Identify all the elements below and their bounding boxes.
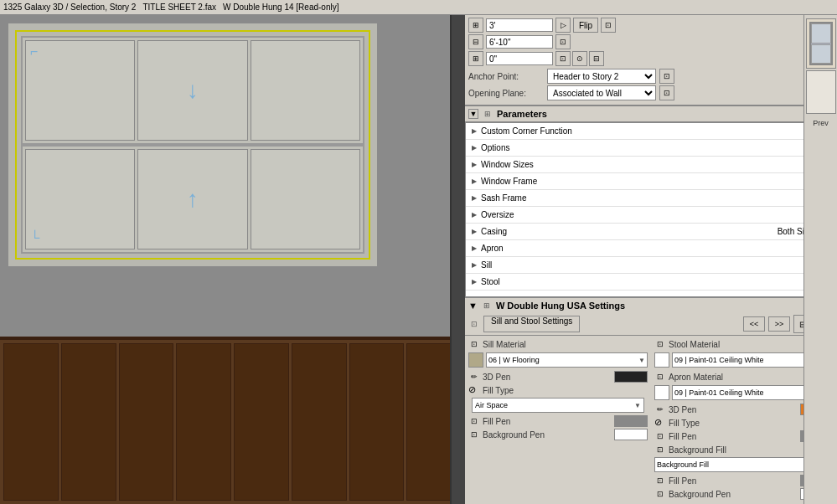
fill-pen-right2-label: Fill Pen xyxy=(669,476,798,486)
expand-icon[interactable]: ▷ xyxy=(555,18,571,33)
param-options[interactable]: ▶ Options xyxy=(466,140,824,157)
nav-next-btn[interactable]: >> xyxy=(768,316,790,332)
nav-prev-btn[interactable]: << xyxy=(743,316,765,332)
title-tab-2[interactable]: TITLE SHEET 2.fax xyxy=(142,3,216,12)
apron-material-label: Apron Material xyxy=(669,373,723,382)
param-sash-frame[interactable]: ▶ Sash Frame xyxy=(466,190,824,207)
fill-type-icon: ⊘ xyxy=(468,384,480,396)
action-icon[interactable]: ⊡ xyxy=(601,18,616,33)
snap-icon[interactable]: ⊟ xyxy=(589,51,604,66)
grid-icon[interactable]: ⊡ xyxy=(555,51,571,66)
size2-icon[interactable]: ⊟ xyxy=(468,34,483,49)
settings-icon: ⊞ xyxy=(481,300,493,311)
3d-pen-left-label: 3D Pen xyxy=(483,373,612,382)
params-section: ▼ ⊞ Parameters ▶ Custom Corner Function … xyxy=(465,105,837,297)
bg-pen-left-swatch[interactable] xyxy=(614,429,648,440)
sill-stool-tab[interactable]: Sill and Stool Settings xyxy=(483,316,580,332)
bg-pen-right2-icon: ⊡ xyxy=(654,488,666,500)
expand-window-frame[interactable]: ▶ xyxy=(469,177,479,187)
sill-mat-icon: ⊡ xyxy=(468,338,480,350)
opening-plane-label: Opening Plane: xyxy=(468,89,544,98)
param-sill[interactable]: ▶ Sill On xyxy=(466,257,824,274)
expand-window-sizes[interactable]: ▶ xyxy=(469,160,479,170)
width-input[interactable]: 3' xyxy=(486,18,553,32)
param-casing[interactable]: ▶ Casing Both Sides xyxy=(466,224,824,240)
preview-strip: Prev xyxy=(803,15,837,504)
expand-sill[interactable]: ▶ xyxy=(469,260,479,270)
params-icon: ⊞ xyxy=(482,108,493,120)
fill-pen-right-label: Fill Pen xyxy=(669,432,798,441)
apron-mat-swatch xyxy=(654,385,669,400)
sash-frame-name: Sash Frame xyxy=(479,193,821,203)
fill-pen-left-icon: ⊡ xyxy=(468,415,480,427)
3d-pen-right-label: 3D Pen xyxy=(669,405,798,414)
title-tab-3[interactable]: W Double Hung 14 [Read-only] xyxy=(223,3,338,12)
preview-label: Prev xyxy=(813,119,829,127)
expand-stool[interactable]: ▶ xyxy=(469,277,479,287)
anchor-extra-icon[interactable]: ⊡ xyxy=(659,69,674,84)
fill-pen-left-label: Fill Pen xyxy=(483,417,612,426)
flip-button[interactable]: Flip xyxy=(573,18,598,33)
param-window-sizes[interactable]: ▶ Window Sizes xyxy=(466,157,824,173)
param-apron[interactable]: ▶ Apron On xyxy=(466,240,824,257)
window-preview-thumb xyxy=(806,18,836,69)
sill-icon: ⊡ xyxy=(468,318,480,330)
opening-plane-dropdown[interactable]: Associated to Wall xyxy=(547,85,656,100)
apron-name: Apron xyxy=(479,244,807,253)
left-col: ⊡ Sill Material 06 | W Flooring ▼ ✏ 3D P… xyxy=(465,336,651,504)
expand-sash-frame[interactable]: ▶ xyxy=(469,193,479,203)
sill-mat-swatch xyxy=(468,352,483,368)
3d-pen-left-icon: ✏ xyxy=(468,371,480,383)
anchor-label: Anchor Point: xyxy=(468,72,544,81)
fill-pen-right2-icon: ⊡ xyxy=(654,475,666,486)
settings-subtitle: ⊡ Sill and Stool Settings << >> ⊟ ⊡ xyxy=(465,313,837,336)
fill-type-right-icon: ⊘ xyxy=(654,417,666,429)
params-title: Parameters xyxy=(497,109,547,119)
fill-type-label: Fill Type xyxy=(483,386,648,395)
extra-icon[interactable]: ⊡ xyxy=(555,34,571,49)
settings-title: W Double Hung USA Settings xyxy=(496,301,625,311)
anchor-dropdown[interactable]: Header to Story 2 xyxy=(547,69,656,84)
title-tab-1[interactable]: 1325 Galaxy 3D / Selection, Story 2 xyxy=(3,3,136,12)
bg-pen-left-label: Background Pen xyxy=(483,430,612,440)
fill-type-dropdown[interactable]: Air Space ▼ xyxy=(472,398,644,413)
expand-oversize[interactable]: ▶ xyxy=(469,210,479,220)
stool-material-label: Stool Material xyxy=(669,340,720,349)
settings-section: ▼ ⊞ W Double Hung USA Settings ⊡ Sill an… xyxy=(465,297,837,504)
params-collapse-btn[interactable]: ▼ xyxy=(468,109,478,119)
param-custom-corner[interactable]: ▶ Custom Corner Function xyxy=(466,123,824,140)
apron-mat-icon: ⊡ xyxy=(654,371,666,383)
fill-pen-right-icon: ⊡ xyxy=(654,430,666,442)
param-oversize[interactable]: ▶ Oversize xyxy=(466,207,824,224)
sill-material-label: Sill Material xyxy=(483,340,526,349)
params-header: ▼ ⊞ Parameters xyxy=(465,105,837,122)
params-list: ▶ Custom Corner Function ▶ Options ▶ Win… xyxy=(465,122,825,297)
controls-top: ⊞ 3' ▷ Flip ⊡ ⊟ 6'-10" ⊡ ⊞ 0" xyxy=(465,15,837,105)
stool-mat-swatch xyxy=(654,352,669,368)
stool-mat-icon: ⊡ xyxy=(654,338,666,350)
size-icon[interactable]: ⊞ xyxy=(468,18,483,33)
title-bar: 1325 Galaxy 3D / Selection, Story 2 TITL… xyxy=(0,0,837,15)
pos-icon[interactable]: ⊞ xyxy=(468,51,483,66)
viewport-panel: ⌐ ↓ └ ↑ xyxy=(0,15,465,504)
material-settings: ⊡ Sill Material 06 | W Flooring ▼ ✏ 3D P… xyxy=(465,336,837,504)
bg-pen-left-icon: ⊡ xyxy=(468,429,480,440)
expand-apron[interactable]: ▶ xyxy=(469,244,479,254)
expand-casing[interactable]: ▶ xyxy=(469,227,479,237)
bg-pen-right2-label: Background Pen xyxy=(669,490,798,499)
expand-options[interactable]: ▶ xyxy=(469,143,479,153)
3d-pen-right-icon: ✏ xyxy=(654,404,666,415)
height-input[interactable]: 6'-10" xyxy=(486,35,553,49)
right-panel: ⊞ 3' ▷ Flip ⊡ ⊟ 6'-10" ⊡ ⊞ 0" xyxy=(465,15,837,504)
anchor-icon[interactable]: ⊙ xyxy=(572,51,587,66)
expand-custom-corner[interactable]: ▶ xyxy=(469,126,479,136)
position-input[interactable]: 0" xyxy=(486,52,553,65)
fill-pen-left-swatch[interactable] xyxy=(614,415,648,427)
sill-mat-dropdown[interactable]: 06 | W Flooring ▼ xyxy=(486,352,648,368)
param-stool[interactable]: ▶ Stool On xyxy=(466,274,824,291)
param-window-frame[interactable]: ▶ Window Frame xyxy=(466,173,824,190)
3d-pen-left-swatch[interactable] xyxy=(614,371,648,383)
opening-extra-icon[interactable]: ⊡ xyxy=(659,85,674,100)
settings-collapse-btn[interactable]: ▼ xyxy=(468,301,478,311)
preview-detail-thumb xyxy=(806,70,836,114)
